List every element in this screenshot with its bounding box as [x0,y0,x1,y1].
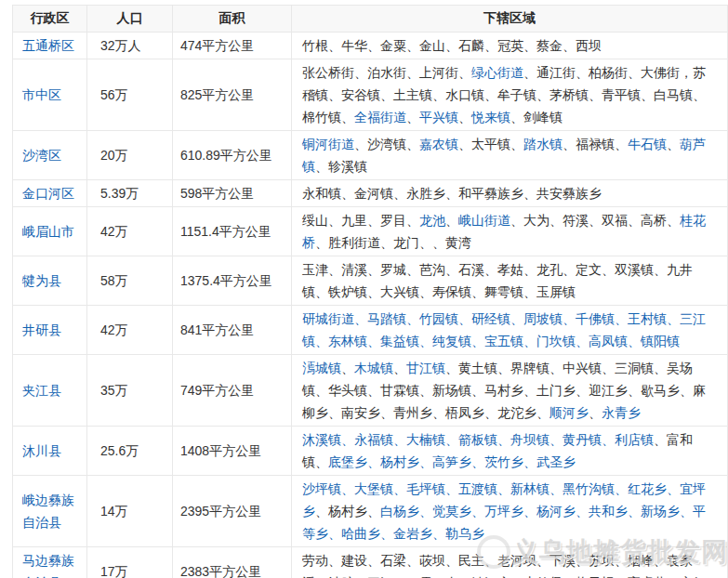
area-cell: 598平方公里 [173,180,292,207]
region-link[interactable]: 犍为县 [22,273,61,288]
table-body: 五通桥区32万人474平方公里竹根、牛华、金粟、金山、石麟、冠英、蔡金、西坝市中… [13,33,728,578]
population-cell: 17万 [87,547,173,578]
districts-cell: 铜河街道、沙湾镇、嘉农镇、太平镇、踏水镇、福禄镇、牛石镇、葫芦镇、轸溪镇 [292,131,728,180]
table-row: 井研县42万841平方公里研城街道、马踏镇、竹园镇、研经镇、周坡镇、千佛镇、王村… [13,306,728,355]
area-cell: 610.89平方公里 [173,131,292,180]
district-link[interactable]: 平兴镇 [419,110,458,125]
table-row: 马边彝族自治县17万2383平方公里劳动、建设、石梁、荍坝、民主、老河坝、下溪、… [13,547,728,578]
district-link[interactable]: 木城镇 [354,361,393,375]
districts-cell: 竹根、牛华、金粟、金山、石麟、冠英、蔡金、西坝 [292,33,728,59]
district-text: 永和镇、金河镇、永胜乡、和平彝族乡、共安彝族乡 [302,186,602,201]
region-cell: 峨眉山市 [13,207,87,256]
district-link[interactable]: 绿心街道 [471,65,523,80]
region-link[interactable]: 夹江县 [22,383,61,398]
region-link[interactable]: 峨边彝族自治县 [22,493,74,530]
districts-cell: 玉津、清溪、罗城、芭沟、石溪、孝姑、龙孔、定文、双溪镇、九井镇、铁炉镇、大兴镇、… [292,256,728,306]
district-link[interactable]: 甘江镇 [406,361,445,375]
district-text: 玉津、清溪、罗城、芭沟、石溪、孝姑、龙孔、定文、双溪镇、九井镇、铁炉镇、大兴镇、… [302,262,693,299]
area-cell: 841平方公里 [173,306,292,355]
region-cell: 夹江县 [13,355,87,427]
district-link[interactable]: 全福街道 [354,110,406,125]
table-header-row: 行政区人口面积下辖区域 [13,6,728,33]
region-link[interactable]: 井研县 [22,322,61,337]
districts-cell: 绥山、九里、罗目、龙池、峨山街道、大为、符溪、双福、高桥、桂花桥、胜利街道、龙门… [292,207,728,256]
district-link[interactable]: 悦来镇 [471,110,510,125]
population-cell: 5.39万 [87,180,173,207]
district-link[interactable]: 沐溪镇、永福镇、大楠镇、箭板镇、舟坝镇、黄丹镇、利店镇 [302,432,654,447]
area-cell: 1151.4平方公里 [173,207,292,256]
district-link[interactable]: 漹城镇 [302,361,341,375]
districts-cell: 张公桥街、泊水街、上河街、绿心街道、通江街、柏杨街、大佛街，苏稽镇、安谷镇、土主… [292,59,728,131]
district-link[interactable]: 研城街道、马踏镇、竹园镇、研经镇、周坡镇、千佛镇、王村镇、三江镇、东林镇、集益镇… [302,311,706,348]
district-link[interactable]: 峨山街道 [458,213,510,228]
region-link[interactable]: 五通桥区 [22,38,74,53]
table-row: 五通桥区32万人474平方公里竹根、牛华、金粟、金山、石麟、冠英、蔡金、西坝 [13,33,728,59]
district-text: 绥山、九里、罗目、 [302,213,419,228]
district-text: 竹根、牛华、金粟、金山、石麟、冠英、蔡金、西坝 [302,38,602,53]
population-cell: 14万 [87,476,173,547]
region-cell: 五通桥区 [13,33,87,59]
district-text: 、沙湾镇、 [354,137,419,151]
district-text: 、杨村乡、 [315,504,380,519]
column-header-2: 面积 [173,6,292,33]
admin-regions-table-container: 行政区人口面积下辖区域 五通桥区32万人474平方公里竹根、牛华、金粟、金山、石… [12,5,728,578]
district-text: 、 [341,361,354,375]
district-link[interactable]: 龙池 [419,213,445,228]
district-text: 劳动、建设、石梁、荍坝、民主、老河坝、下溪、苏坝、烟峰、袁家溪、沙腔、三河口、雪… [302,553,706,578]
area-cell: 2395平方公里 [173,476,292,547]
area-cell: 1408平方公里 [173,427,292,476]
population-cell: 20万 [87,131,173,180]
district-text: 、胜利街道、龙门、、黄湾 [315,235,471,250]
district-text: 、大为、符溪、双福、高桥、 [510,213,680,228]
admin-regions-table: 行政区人口面积下辖区域 五通桥区32万人474平方公里竹根、牛华、金粟、金山、石… [12,5,728,578]
table-row: 夹江县35万749平方公里漹城镇、木城镇、甘江镇、黄土镇、界牌镇、中兴镇、三洞镇… [13,355,728,427]
population-cell: 32万人 [87,33,173,59]
table-row: 峨眉山市42万1151.4平方公里绥山、九里、罗目、龙池、峨山街道、大为、符溪、… [13,207,728,256]
district-link[interactable]: 铜河街道 [302,137,354,151]
population-cell: 42万 [87,207,173,256]
region-cell: 峨边彝族自治县 [13,476,87,547]
district-text: 、轸溪镇 [315,159,367,174]
district-text: 、 [393,361,406,375]
district-link[interactable]: 底堡乡、杨村乡、高笋乡、茨竹乡、武圣乡 [328,454,576,469]
districts-cell: 劳动、建设、石梁、荍坝、民主、老河坝、下溪、苏坝、烟峰、袁家溪、沙腔、三河口、雪… [292,547,728,578]
table-row: 沙湾区20万610.89平方公里铜河街道、沙湾镇、嘉农镇、太平镇、踏水镇、福禄镇… [13,131,728,180]
region-link[interactable]: 沐川县 [22,443,61,458]
area-cell: 1375.4平方公里 [173,256,292,306]
district-link[interactable]: 永青乡 [602,405,641,420]
region-cell: 马边彝族自治县 [13,547,87,578]
area-cell: 2383平方公里 [173,547,292,578]
region-link[interactable]: 金口河区 [22,186,74,201]
table-row: 沐川县25.6万1408平方公里沐溪镇、永福镇、大楠镇、箭板镇、舟坝镇、黄丹镇、… [13,427,728,476]
table-row: 金口河区5.39万598平方公里永和镇、金河镇、永胜乡、和平彝族乡、共安彝族乡 [13,180,728,207]
region-cell: 金口河区 [13,180,87,207]
region-cell: 沐川县 [13,427,87,476]
district-link[interactable]: 牛石镇 [628,137,667,151]
region-link[interactable]: 市中区 [22,87,61,102]
districts-cell: 沐溪镇、永福镇、大楠镇、箭板镇、舟坝镇、黄丹镇、利店镇、富和镇、底堡乡、杨村乡、… [292,427,728,476]
region-link[interactable]: 马边彝族自治县 [22,553,74,578]
region-link[interactable]: 峨眉山市 [22,224,74,239]
population-cell: 42万 [87,306,173,355]
column-header-3: 下辖区域 [292,6,728,33]
column-header-0: 行政区 [13,6,87,33]
district-link[interactable]: 踏水镇 [523,137,563,151]
districts-cell: 研城街道、马踏镇、竹园镇、研经镇、周坡镇、千佛镇、王村镇、三江镇、东林镇、集益镇… [292,306,728,355]
table-row: 峨边彝族自治县14万2395平方公里沙坪镇、大堡镇、毛坪镇、五渡镇、新林镇、黑竹… [13,476,728,547]
region-cell: 沙湾区 [13,131,87,180]
districts-cell: 永和镇、金河镇、永胜乡、和平彝族乡、共安彝族乡 [292,180,728,207]
column-header-1: 人口 [87,6,173,33]
population-cell: 56万 [87,59,173,131]
district-text: 、 [458,110,471,125]
area-cell: 749平方公里 [173,355,292,427]
population-cell: 58万 [87,256,173,306]
district-link[interactable]: 顺河乡 [549,405,589,420]
area-cell: 825平方公里 [173,59,292,131]
table-row: 市中区56万825平方公里张公桥街、泊水街、上河街、绿心街道、通江街、柏杨街、大… [13,59,728,131]
table-row: 犍为县58万1375.4平方公里玉津、清溪、罗城、芭沟、石溪、孝姑、龙孔、定文、… [13,256,728,306]
district-text: 张公桥街、泊水街、上河街、 [302,65,471,80]
district-text: 、 [667,137,680,151]
district-link[interactable]: 嘉农镇 [419,137,458,151]
region-cell: 犍为县 [13,256,87,306]
region-link[interactable]: 沙湾区 [22,148,61,163]
